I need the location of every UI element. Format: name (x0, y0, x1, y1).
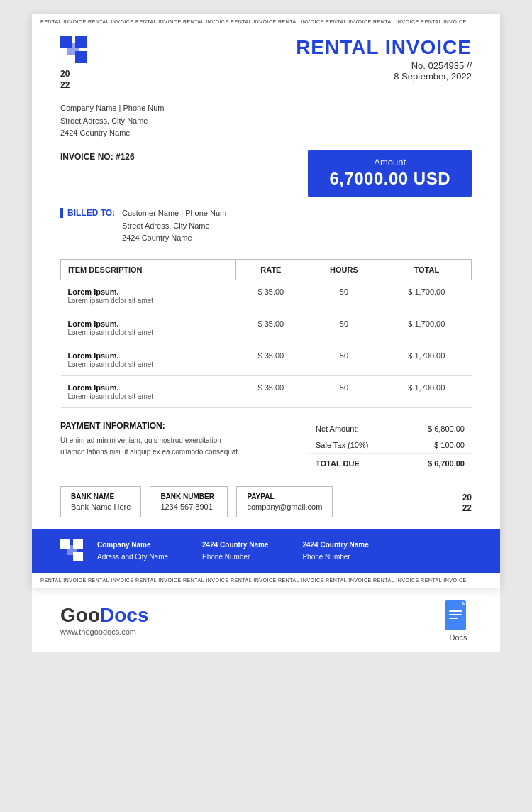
payment-info: PAYMENT INFORMATION: Ut enim ad minim ve… (60, 421, 245, 458)
payment-info-title: PAYMENT INFORMATION: (60, 421, 245, 431)
billed-line1: Customer Name | Phone Num (122, 209, 226, 217)
from-line1: Company Name | Phone Num (60, 104, 165, 112)
summary-payment-row: PAYMENT INFORMATION: Ut enim ad minim ve… (32, 408, 500, 473)
bank-name-label: BANK NAME (71, 493, 131, 500)
bottom-marquee: RENTAL INVOICE RENTAL INVOICE RENTAL INV… (32, 573, 500, 588)
hours-cell: 50 (306, 375, 382, 407)
bank-number-label: BANK NUMBER (160, 493, 217, 500)
item-title: Lorem Ipsum. (68, 319, 229, 328)
payment-info-text: Ut enim ad minim veniam, quis nostrud ex… (60, 435, 245, 458)
rate-cell: $ 35.00 (235, 312, 306, 344)
total-cell: $ 1,700.00 (382, 312, 471, 344)
docs-text: D (100, 604, 114, 626)
bank-number-box: BANK NUMBER 1234 567 8901 (150, 486, 228, 517)
svg-rect-14 (449, 618, 458, 619)
item-title: Lorem Ipsum. (68, 287, 229, 296)
bank-year: 2022 (462, 493, 472, 517)
item-sub: Lorem ipsum dolor sit amet (68, 393, 154, 400)
footer-col3-title: 2424 Country Name (302, 539, 368, 551)
amount-box: Amount 6,7000.00 USD (308, 150, 472, 197)
svg-rect-3 (60, 36, 72, 48)
col-header-hours: HOURS (306, 259, 382, 280)
amount-label: Amount (329, 157, 450, 168)
header-section: 2022 RENTAL INVOICE No. 0254935 // 8 Sep… (32, 29, 500, 97)
footer-col2-sub: Phone Number (202, 551, 268, 563)
desc-cell: Lorem Ipsum. Lorem ipsum dolor sit amet (61, 375, 236, 407)
footer-col-3: 2424 Country Name Phone Number (302, 539, 368, 563)
total-row: TOTAL DUE $ 6,700.00 (309, 454, 472, 473)
svg-rect-8 (60, 539, 70, 549)
col-header-rate: RATE (235, 259, 306, 280)
docs-label: Docs (449, 633, 467, 642)
table-row: Lorem Ipsum. Lorem ipsum dolor sit amet … (61, 375, 472, 407)
svg-rect-4 (75, 51, 87, 63)
svg-rect-13 (449, 614, 462, 615)
footer-logo-icon (60, 539, 84, 563)
desc-cell: Lorem Ipsum. Lorem ipsum dolor sit amet (61, 280, 236, 312)
docs-circle: ocs (114, 604, 148, 626)
desc-cell: Lorem Ipsum. Lorem ipsum dolor sit amet (61, 344, 236, 375)
paypal-box: PAYPAL company@gmail.com (236, 486, 333, 517)
paypal-value: company@gmail.com (247, 503, 322, 511)
net-amount-row: Net Amount: $ 6,800.00 (309, 421, 472, 437)
invoice-title: RENTAL INVOICE (296, 36, 472, 59)
footer-col2-title: 2424 Country Name (202, 539, 268, 551)
bank-number-value: 1234 567 8901 (160, 503, 217, 511)
bank-row: BANK NAME Bank Name Here BANK NUMBER 123… (32, 473, 500, 517)
billed-line2: Street Adress, City Name (122, 221, 210, 230)
footer-col-2: 2424 Country Name Phone Number (202, 539, 268, 563)
col-header-description: ITEM DESCRIPTION (61, 259, 236, 280)
summary-box: Net Amount: $ 6,800.00 Sale Tax (10%) $ … (309, 421, 472, 473)
logo-area: 2022 (60, 36, 87, 91)
total-label: TOTAL DUE (316, 459, 360, 468)
from-line3: 2424 Country Name (60, 128, 130, 137)
item-sub: Lorem ipsum dolor sit amet (68, 361, 154, 368)
item-sub: Lorem ipsum dolor sit amet (68, 329, 154, 336)
invoice-date: 8 September, 2022 (296, 71, 472, 82)
net-amount-value: $ 6,800.00 (428, 424, 465, 433)
table-row: Lorem Ipsum. Lorem ipsum dolor sit amet … (61, 312, 472, 344)
goodocs-url[interactable]: www.thegoodocs.com (60, 627, 148, 636)
svg-rect-9 (73, 552, 83, 561)
docs-file-icon (445, 600, 472, 633)
table-row: Lorem Ipsum. Lorem ipsum dolor sit amet … (61, 280, 472, 312)
desc-cell: Lorem Ipsum. Lorem ipsum dolor sit amet (61, 312, 236, 344)
invoice-no-label: INVOICE NO: #126 (60, 150, 135, 163)
hours-cell: 50 (306, 344, 382, 375)
from-info: Company Name | Phone Num Street Adress, … (32, 97, 500, 143)
billed-line3: 2424 Country Name (122, 234, 192, 242)
hours-cell: 50 (306, 280, 382, 312)
total-value: $ 6,700.00 (428, 459, 465, 468)
footer-col1-title: Company Name (97, 539, 168, 551)
billed-to-label: BILLED TO: (60, 208, 115, 218)
year-label: 2022 (60, 69, 70, 91)
tax-label: Sale Tax (10%) (316, 441, 368, 449)
net-amount-label: Net Amount: (316, 424, 359, 433)
table-row: Lorem Ipsum. Lorem ipsum dolor sit amet … (61, 344, 472, 375)
bank-name-value: Bank Name Here (71, 503, 131, 511)
total-cell: $ 1,700.00 (382, 375, 471, 407)
top-marquee: RENTAL INVOICE RENTAL INVOICE RENTAL INV… (32, 14, 500, 29)
footer-col-1: Company Name Adress and City Name (97, 539, 168, 563)
invoice-meta-row: INVOICE NO: #126 Amount 6,7000.00 USD (32, 143, 500, 197)
rate-cell: $ 35.00 (235, 344, 306, 375)
total-cell: $ 1,700.00 (382, 344, 471, 375)
goo-text: Goo (60, 604, 100, 626)
total-cell: $ 1,700.00 (382, 280, 471, 312)
tax-value: $ 100.00 (434, 441, 465, 449)
svg-rect-12 (449, 610, 462, 612)
invoice-table: ITEM DESCRIPTION RATE HOURS TOTAL Lorem … (60, 259, 472, 408)
item-sub: Lorem ipsum dolor sit amet (68, 297, 154, 304)
goodocs-brand: GooDocs www.thegoodocs.com (60, 605, 148, 636)
billed-section: BILLED TO: Customer Name | Phone Num Str… (32, 197, 500, 245)
billed-to-info: Customer Name | Phone Num Street Adress,… (122, 207, 226, 245)
company-logo-icon (60, 36, 87, 63)
hours-cell: 50 (306, 312, 382, 344)
goodocs-name: GooDocs (60, 605, 148, 625)
invoice-page: RENTAL INVOICE RENTAL INVOICE RENTAL INV… (32, 14, 500, 588)
title-area: RENTAL INVOICE No. 0254935 // 8 Septembe… (296, 36, 472, 82)
goodocs-footer: GooDocs www.thegoodocs.com Docs (32, 588, 500, 652)
from-line2: Street Adress, City Name (60, 116, 148, 125)
footer-col3-sub: Phone Number (302, 551, 368, 563)
invoice-number: No. 0254935 // (296, 60, 472, 71)
